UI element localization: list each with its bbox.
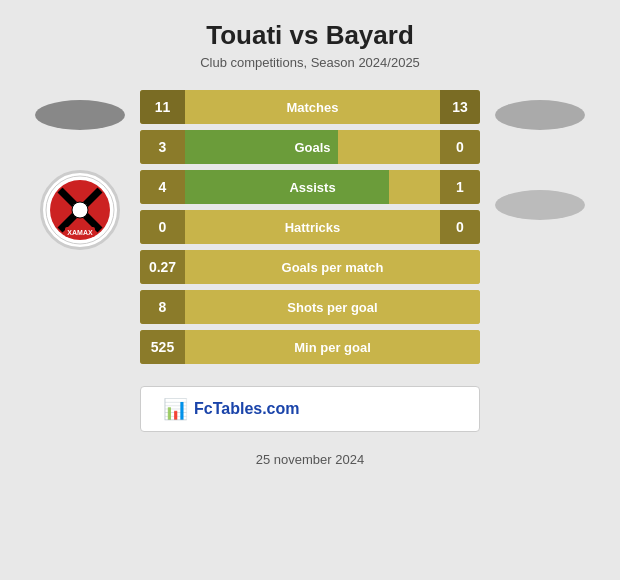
right-blob-mid — [495, 190, 585, 220]
matches-left-value: 11 — [140, 90, 185, 124]
stat-row-goals: 3 Goals 0 — [140, 130, 480, 164]
stats-column: 11 Matches 13 3 Goals 0 4 Assists 1 0 Ha… — [140, 90, 480, 467]
team-logo-left: XAMAX — [40, 170, 120, 250]
goals-per-match-label: Goals per match — [185, 250, 480, 284]
shots-per-goal-value: 8 — [140, 290, 185, 324]
left-side-decoration: XAMAX — [20, 90, 140, 250]
svg-text:XAMAX: XAMAX — [67, 229, 93, 236]
hattricks-right-value: 0 — [440, 210, 480, 244]
matches-label: Matches — [185, 90, 440, 124]
stat-row-min-per-goal: 525 Min per goal — [140, 330, 480, 364]
min-per-goal-value: 525 — [140, 330, 185, 364]
assists-label: Assists — [185, 170, 440, 204]
goals-right-value: 0 — [440, 130, 480, 164]
stat-row-shots-per-goal: 8 Shots per goal — [140, 290, 480, 324]
stat-row-goals-per-match: 0.27 Goals per match — [140, 250, 480, 284]
page-title: Touati vs Bayard — [206, 20, 414, 51]
page-subtitle: Club competitions, Season 2024/2025 — [200, 55, 420, 70]
left-blob-top — [35, 100, 125, 130]
matches-right-value: 13 — [440, 90, 480, 124]
stat-row-matches: 11 Matches 13 — [140, 90, 480, 124]
stat-row-assists: 4 Assists 1 — [140, 170, 480, 204]
brand-icon: 📊 — [163, 397, 188, 421]
hattricks-label: Hattricks — [185, 210, 440, 244]
stat-row-hattricks: 0 Hattricks 0 — [140, 210, 480, 244]
assists-left-value: 4 — [140, 170, 185, 204]
shots-per-goal-label: Shots per goal — [185, 290, 480, 324]
brand-text: FcTables.com — [194, 400, 300, 418]
right-side-decoration — [480, 90, 600, 220]
goals-per-match-value: 0.27 — [140, 250, 185, 284]
right-blob-top — [495, 100, 585, 130]
goals-label: Goals — [185, 130, 440, 164]
goals-left-value: 3 — [140, 130, 185, 164]
brand-box[interactable]: 📊 FcTables.com — [140, 386, 480, 432]
hattricks-left-value: 0 — [140, 210, 185, 244]
assists-right-value: 1 — [440, 170, 480, 204]
date-label: 25 november 2024 — [140, 452, 480, 467]
svg-point-4 — [72, 202, 88, 218]
min-per-goal-label: Min per goal — [185, 330, 480, 364]
